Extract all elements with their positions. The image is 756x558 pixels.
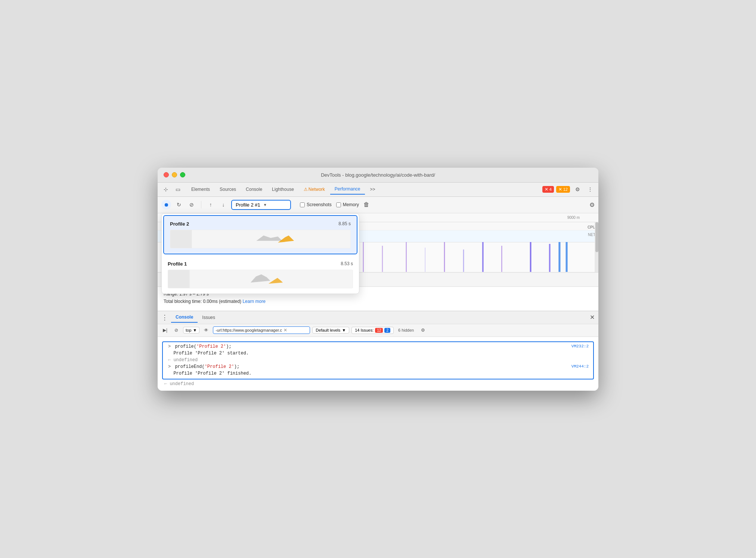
screenshots-checkbox-label[interactable]: Screenshots	[300, 202, 332, 207]
traffic-lights	[164, 172, 185, 177]
console-dots-icon[interactable]: ⋮	[161, 313, 168, 322]
svg-rect-18	[444, 242, 445, 272]
console-settings-icon[interactable]: ⚙	[418, 326, 427, 335]
tab-console[interactable]: Console	[241, 185, 267, 194]
devtools-window: DevTools - blog.google/technology/ai/cod…	[158, 168, 598, 391]
screenshots-checkbox[interactable]	[300, 202, 305, 207]
reload-record-button[interactable]: ↻	[174, 200, 184, 210]
console-close-button[interactable]: ✕	[590, 314, 595, 321]
checkbox-group: Screenshots Memory	[300, 202, 359, 207]
learn-more-link[interactable]: Learn more	[242, 299, 265, 304]
net-label: NET	[588, 233, 595, 237]
console-line-5: Profile 'Profile 2' finished.	[166, 371, 590, 376]
console-line-3: ← undefined	[166, 357, 590, 363]
eye-icon[interactable]: 👁	[202, 326, 211, 335]
window-title: DevTools - blog.google/technology/ai/cod…	[321, 172, 435, 178]
dropdown-profile1-time: 8.53 s	[341, 261, 353, 266]
levels-dropdown[interactable]: Default levels ▼	[312, 327, 349, 334]
profile-dropdown-panel: Profile 2 8.85 s Profile 1 8.53 s	[161, 213, 359, 294]
settings-icon[interactable]: ⚙	[572, 184, 583, 195]
console-tab-active[interactable]: Console	[171, 312, 198, 323]
svg-rect-19	[463, 249, 464, 272]
issues-tab[interactable]: Issues	[198, 313, 220, 322]
vm-link-2[interactable]: VM244:2	[571, 364, 589, 369]
device-icon[interactable]: ▭	[173, 184, 183, 195]
inspect-icon[interactable]: ⊹	[161, 184, 171, 195]
dropdown-item-profile1[interactable]: Profile 1 8.53 s	[162, 256, 359, 294]
dropdown-profile2-time: 8.85 s	[338, 221, 351, 226]
console-output: > profile('Profile 2'); VM232:2 Profile …	[158, 337, 598, 391]
delete-profile-button[interactable]: 🗑	[363, 201, 369, 208]
profile1-mini-timeline	[168, 270, 353, 288]
profile-dropdown[interactable]: Profile 2 #1 ▼	[231, 200, 291, 210]
dropdown-item2-header: Profile 2 8.85 s	[170, 221, 351, 227]
filter-input[interactable]: -url:https://www.googletagmanager.c ✕	[213, 326, 310, 334]
tab-lighthouse[interactable]: Lighthouse	[267, 185, 298, 194]
console-line-1: > profile('Profile 2'); VM232:2	[166, 344, 590, 350]
profile-dropdown-label: Profile 2 #1	[236, 202, 260, 208]
console-line-2: Profile 'Profile 2' started.	[166, 350, 590, 356]
maximize-traffic-light[interactable]	[180, 172, 185, 177]
svg-rect-22	[530, 242, 532, 272]
svg-rect-25	[566, 242, 568, 272]
devtools-tabbar: ⊹ ▭ Elements Sources Console Lighthouse …	[158, 183, 598, 197]
sidebar-toggle-icon[interactable]: ▶|	[161, 326, 170, 335]
console-header: ⋮ Console Issues ✕	[158, 311, 598, 324]
warning-icon: ✕	[558, 187, 562, 192]
svg-rect-17	[425, 248, 425, 272]
tab-elements[interactable]: Elements	[187, 185, 214, 194]
context-label: top	[186, 328, 191, 332]
tab-performance[interactable]: Performance	[330, 184, 365, 195]
context-arrow-icon: ▼	[193, 328, 197, 332]
undefined-1: ← undefined	[168, 357, 198, 363]
filter-clear-icon[interactable]: ✕	[284, 328, 287, 333]
console-line-6: ← undefined	[162, 381, 594, 387]
svg-rect-14	[363, 242, 364, 272]
svg-marker-1	[256, 235, 285, 241]
cpu-label: CPU	[588, 225, 595, 229]
svg-rect-21	[501, 246, 502, 272]
timeline-scrollbar[interactable]	[595, 222, 598, 272]
network-warning-icon: ⚠	[304, 187, 308, 192]
memory-checkbox[interactable]	[336, 202, 341, 207]
more-options-icon[interactable]: ⋮	[585, 184, 595, 195]
error-badge: ✕ 4	[542, 186, 554, 193]
tab-right-actions: ✕ 4 ✕ 12 ⚙ ⋮	[542, 184, 595, 195]
vm-link-1[interactable]: VM232:2	[571, 344, 589, 348]
context-selector[interactable]: top ▼	[183, 327, 199, 334]
ruler-mark-3: 9000 m	[567, 216, 595, 220]
clear-button[interactable]: ⊘	[187, 200, 196, 210]
console-line-4: > profileEnd('Profile 2'); VM244:2	[166, 364, 590, 370]
minimize-traffic-light[interactable]	[172, 172, 177, 177]
error-icon: ✕	[545, 187, 548, 192]
performance-toolbar: ⏺ ↻ ⊘ ↑ ↓ Profile 2 #1 ▼ Screenshots Mem…	[158, 197, 598, 213]
svg-rect-3	[168, 270, 190, 288]
profile-end-call: profileEnd('Profile 2');	[172, 364, 239, 369]
svg-marker-4	[251, 274, 270, 282]
dropdown-item-profile2[interactable]: Profile 2 8.85 s	[163, 215, 357, 254]
warning-badge: ✕ 12	[556, 186, 570, 193]
record-button[interactable]: ⏺	[161, 200, 171, 210]
issues-warning-count: 2	[384, 328, 390, 333]
tab-more[interactable]: >>	[366, 185, 380, 194]
scrollbar-thumb[interactable]	[595, 222, 598, 252]
tab-sources[interactable]: Sources	[215, 185, 241, 194]
blocking-row: Total blocking time: 0.00ms (estimated) …	[164, 299, 592, 304]
svg-rect-23	[549, 244, 551, 272]
levels-arrow-icon: ▼	[342, 328, 346, 332]
svg-rect-0	[170, 230, 192, 248]
upload-button[interactable]: ↑	[206, 200, 216, 210]
svg-rect-24	[558, 242, 560, 272]
close-traffic-light[interactable]	[164, 172, 169, 177]
dropdown-profile1-name: Profile 1	[168, 261, 187, 267]
download-button[interactable]: ↓	[219, 200, 228, 210]
profile-started: Profile 'Profile 2' started.	[168, 351, 249, 356]
tab-network[interactable]: ⚠Network	[299, 185, 329, 194]
profile-call-1: profile('Profile 2');	[172, 344, 231, 349]
prompt-2: >	[168, 364, 171, 369]
svg-rect-20	[482, 242, 484, 272]
memory-checkbox-label[interactable]: Memory	[336, 202, 359, 207]
clear-console-icon[interactable]: ⊘	[172, 326, 181, 335]
issues-count: 14 Issues: 12 2	[351, 327, 394, 334]
performance-settings-icon[interactable]: ⚙	[589, 201, 595, 208]
